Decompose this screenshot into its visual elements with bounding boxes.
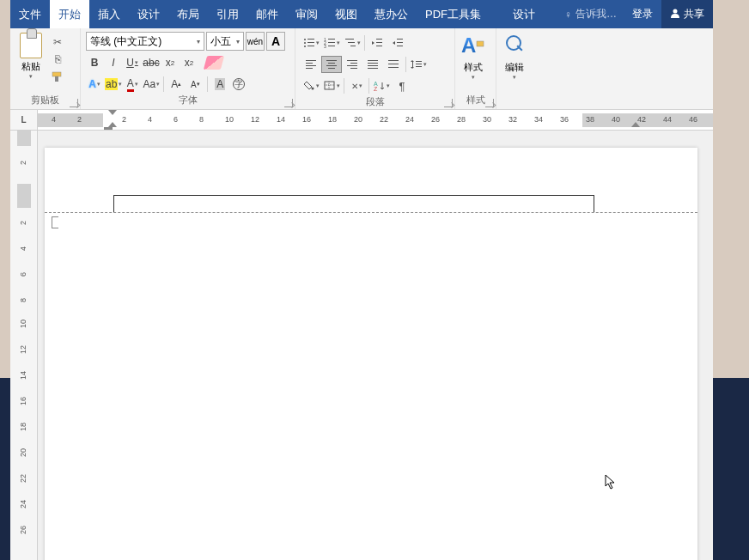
align-justify-button[interactable] [362,56,383,73]
svg-rect-17 [350,46,356,46]
font-launcher[interactable] [284,99,293,107]
align-center-button[interactable] [321,56,342,73]
svg-rect-45 [416,64,422,64]
tab-review[interactable]: 审阅 [287,0,326,28]
decrease-indent-button[interactable] [367,34,387,52]
person-icon [670,8,680,21]
superscript-button[interactable]: x2 [180,54,198,71]
svg-rect-44 [416,61,422,62]
tell-me-search[interactable]: ♀ 告诉我… [557,0,624,28]
tab-view[interactable]: 视图 [326,0,366,28]
borders-button[interactable] [321,77,342,94]
copy-button[interactable]: ⎘ [50,52,65,66]
ribbon: 粘贴 ▾ ✂ ⎘ 剪贴板 等线 [10,28,713,110]
svg-rect-10 [328,39,335,40]
tab-home[interactable]: 开始 [50,0,89,28]
phonetic-guide-button[interactable]: wén [246,32,265,51]
clipboard-launcher[interactable] [70,99,78,107]
margin-bracket [52,216,58,228]
svg-rect-16 [348,42,355,43]
align-distributed-button[interactable] [383,56,404,73]
increase-indent-button[interactable] [387,34,408,52]
paste-label: 粘贴 [21,60,40,73]
svg-rect-18 [376,39,382,40]
tab-mail[interactable]: 邮件 [247,0,287,28]
svg-rect-24 [306,60,316,61]
tab-selector[interactable]: L [10,110,38,130]
ruler-area: L 42246810121416182022242628303234363840… [10,110,713,131]
shading-button[interactable] [301,77,321,94]
svg-rect-42 [388,67,399,68]
styles-launcher[interactable] [485,99,494,107]
enclose-char-button[interactable]: 字 [230,76,247,93]
vertical-ruler[interactable]: 22468101214161820222426 [10,131,38,560]
group-styles-label: 样式 [455,94,496,109]
svg-rect-46 [416,66,422,67]
underline-button[interactable]: U [124,54,141,71]
group-font-label: 字体 [81,94,295,109]
cut-button[interactable]: ✂ [50,35,65,49]
strikethrough-button[interactable]: abc [143,54,160,71]
styles-button[interactable]: A 样式 ▾ [455,28,491,81]
sort-button[interactable]: AZ [371,77,392,94]
editing-button[interactable]: 编辑 ▾ [496,28,533,81]
svg-point-3 [304,39,306,40]
paragraph-launcher[interactable] [444,99,453,107]
text-effects-button[interactable]: A [86,76,103,93]
highlight-button[interactable]: ab [105,76,122,93]
shrink-font-button[interactable]: A▾ [186,76,204,93]
svg-rect-31 [328,68,335,69]
svg-rect-26 [306,65,316,66]
tab-references[interactable]: 引用 [208,0,247,28]
tab-context-design[interactable]: 设计 [504,0,544,28]
svg-rect-4 [308,39,314,40]
svg-rect-41 [388,64,399,64]
line-spacing-button[interactable] [408,56,429,73]
paste-button[interactable]: 粘贴 ▾ [15,32,46,80]
align-right-button[interactable] [342,56,362,73]
group-font: 等线 (中文正文) ▾ 小五 ▾ wén A B I U abc x2 [81,28,295,109]
multilevel-list-button[interactable] [342,34,362,52]
font-name-value: 等线 (中文正文) [90,34,161,49]
group-clipboard: 粘贴 ▾ ✂ ⎘ 剪贴板 [10,28,81,109]
grow-font-button[interactable]: A▴ [167,76,185,93]
char-shading-button[interactable]: A [211,76,228,93]
format-painter-button[interactable] [50,70,65,83]
svg-rect-36 [368,60,378,61]
italic-button[interactable]: I [105,54,122,71]
find-icon [502,33,527,58]
svg-rect-34 [347,65,357,66]
svg-rect-1 [52,72,61,76]
tab-insert[interactable]: 插入 [89,0,129,28]
char-border-button[interactable]: A [266,32,285,51]
tab-file[interactable]: 文件 [10,0,50,28]
tab-layout[interactable]: 布局 [168,0,208,28]
change-case-button[interactable]: Aa [143,76,160,93]
tab-huioffice[interactable]: 慧办公 [366,0,417,28]
bold-button[interactable]: B [86,54,103,71]
bullets-button[interactable] [301,34,321,52]
show-marks-button[interactable]: ¶ [392,77,412,94]
tab-design[interactable]: 设计 [129,0,168,28]
font-name-combo[interactable]: 等线 (中文正文) ▾ [86,32,204,51]
lightbulb-icon: ♀ [564,9,572,21]
ribbon-tabbar: 文件 开始 插入 设计 布局 引用 邮件 审阅 视图 慧办公 PDF工具集 设计… [10,0,713,28]
page [45,148,697,560]
svg-rect-19 [376,42,382,43]
share-label: 共享 [684,7,704,21]
eraser-icon [204,56,224,70]
horizontal-ruler[interactable]: 4224681012141618202224262830323436384042… [38,110,713,130]
align-left-button[interactable] [301,56,321,73]
font-color-button[interactable]: A [124,76,141,93]
asian-layout-button[interactable]: ✕ [346,77,367,94]
share-button[interactable]: 共享 [661,0,713,28]
header-table-cell[interactable] [113,195,594,212]
svg-rect-23 [397,46,403,46]
clipboard-icon [20,33,42,58]
group-paragraph: 123 [295,28,455,109]
numbering-button[interactable]: 123 [321,34,342,52]
subscript-button[interactable]: x2 [161,54,179,71]
document-canvas[interactable] [38,131,713,560]
login-button[interactable]: 登录 [624,0,661,28]
tab-pdftools[interactable]: PDF工具集 [417,0,490,28]
